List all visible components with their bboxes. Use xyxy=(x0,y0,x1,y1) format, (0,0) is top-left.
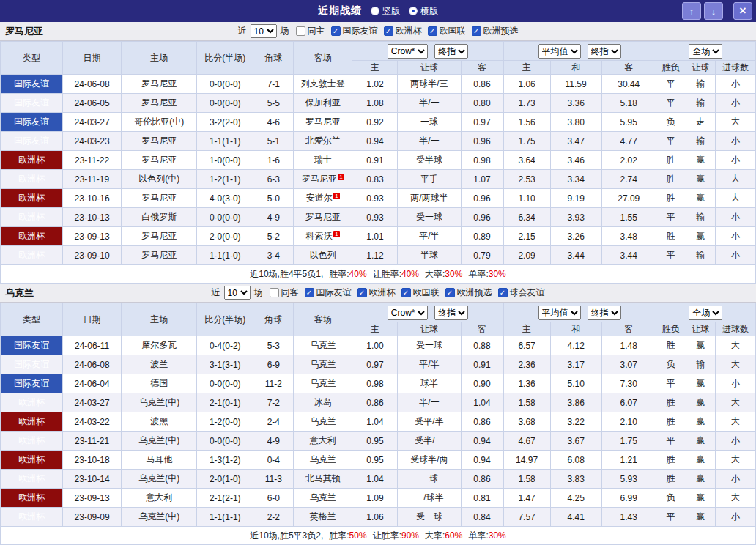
result-goals: 小 xyxy=(715,508,755,527)
result-outcome: 胜 xyxy=(656,227,686,246)
score: 0-0(0-0) xyxy=(197,432,253,451)
filter-checkbox-国际友谊[interactable]: ✓国际友谊 xyxy=(331,25,378,37)
match-count-select[interactable]: 10 xyxy=(251,24,277,38)
final-odds-select[interactable]: 终指 xyxy=(434,44,468,59)
avg-odds-home: 1.06 xyxy=(503,75,550,94)
radio-selected-icon xyxy=(409,7,418,15)
handicap-odds-away: 0.96 xyxy=(461,132,503,151)
competition-type: 国际友谊 xyxy=(1,75,63,94)
match-date: 24-06-05 xyxy=(63,94,122,113)
avg-odds-draw: 3.36 xyxy=(550,94,601,113)
match-date: 23-11-19 xyxy=(63,170,122,189)
filter-checkbox-欧洲杯[interactable]: ✓欧洲杯 xyxy=(384,25,422,37)
match-date: 23-10-18 xyxy=(63,451,122,470)
handicap-odds-home: 0.92 xyxy=(352,113,398,132)
checked-checkbox-icon: ✓ xyxy=(331,26,341,36)
match-row: 欧洲杯23-09-13罗马尼亚2-0(0-0)5-2科索沃11.01平/半0.8… xyxy=(1,227,756,246)
match-date: 24-03-27 xyxy=(63,113,122,132)
corners: 5-1 xyxy=(253,132,294,151)
score: 0-0(0-0) xyxy=(197,75,253,94)
score: 1-2(1-1) xyxy=(197,170,253,189)
handicap-line: 半球 xyxy=(398,246,461,265)
summary-record: 近10场,胜4平5负1, xyxy=(250,269,323,279)
filter-checkbox-国际友谊[interactable]: ✓国际友谊 xyxy=(305,286,352,299)
summary-stat-label: 胜率: xyxy=(329,530,349,541)
final-odds-select-2[interactable]: 终指 xyxy=(588,306,621,320)
corners: 7-2 xyxy=(253,393,294,412)
filter-checkbox-欧国联[interactable]: ✓欧国联 xyxy=(401,286,440,299)
scroll-up-button[interactable]: ↑ xyxy=(682,2,701,20)
avg-odds-away: 1.43 xyxy=(601,508,656,527)
avg-odds-draw: 3.17 xyxy=(550,355,601,374)
bookmaker-select[interactable]: Crow* xyxy=(388,306,428,320)
result-handicap: 输 xyxy=(686,355,715,374)
handicap-odds-home: 1.09 xyxy=(352,489,398,508)
average-odds-select[interactable]: 平均值 xyxy=(538,44,581,59)
result-outcome: 胜 xyxy=(656,189,686,208)
match-row: 国际友谊24-06-08罗马尼亚0-0(0-0)7-1列支敦士登1.02两球半/… xyxy=(1,75,756,94)
away-team: 乌克兰 xyxy=(294,336,352,355)
filter-checkbox-同客[interactable]: 同客 xyxy=(270,286,299,299)
matches-body: 国际友谊24-06-08罗马尼亚0-0(0-0)7-1列支敦士登1.02两球半/… xyxy=(1,75,756,265)
subcolumn-header: 胜负 xyxy=(656,61,686,75)
corners: 4-6 xyxy=(253,113,294,132)
handicap-line: 半/一 xyxy=(398,94,461,113)
match-row: 欧洲杯23-09-09乌克兰(中)1-1(1-1)2-2英格兰1.06受一球0.… xyxy=(1,508,756,527)
checked-checkbox-icon: ✓ xyxy=(305,288,314,297)
handicap-odds-away: 0.88 xyxy=(461,336,503,355)
match-count-select[interactable]: 10 xyxy=(224,286,251,300)
column-header-away: 客场 xyxy=(294,303,352,336)
filter-checkbox-欧洲预选[interactable]: ✓欧洲预选 xyxy=(445,286,492,299)
checked-checkbox-icon: ✓ xyxy=(472,26,481,36)
away-team: 北爱尔兰 xyxy=(294,132,352,151)
view-option-horizontal[interactable]: 横版 xyxy=(409,5,438,18)
subcolumn-header: 客 xyxy=(601,322,656,336)
corners: 5-2 xyxy=(253,227,294,246)
column-header-away: 客场 xyxy=(294,42,352,75)
title-group: 近期战绩 竖版 横版 xyxy=(318,4,438,18)
handicap-odds-home: 1.08 xyxy=(352,94,398,113)
subcolumn-header: 让球 xyxy=(686,61,715,75)
final-odds-select-2[interactable]: 终指 xyxy=(588,44,621,59)
result-goals: 小 xyxy=(715,208,755,227)
result-handicap: 走 xyxy=(686,113,715,132)
filter-checkbox-同主[interactable]: 同主 xyxy=(296,25,325,37)
filter-checkbox-欧国联[interactable]: ✓欧国联 xyxy=(428,25,466,37)
match-row: 欧洲杯24-03-27乌克兰(中)2-1(0-1)7-2冰岛0.86半/一1.0… xyxy=(1,393,756,412)
view-option-vertical[interactable]: 竖版 xyxy=(371,5,400,18)
down-arrow-icon: ↓ xyxy=(711,7,716,16)
score: 1-3(1-2) xyxy=(197,451,253,470)
summary-stat-value: 30% xyxy=(489,269,506,279)
handicap-line: 两/两球半 xyxy=(398,189,461,208)
avg-odds-away: 5.18 xyxy=(601,94,656,113)
score: 3-1(3-1) xyxy=(197,355,253,374)
avg-odds-away: 7.30 xyxy=(601,374,656,393)
result-goals: 大 xyxy=(715,336,755,355)
avg-odds-away: 1.21 xyxy=(601,451,656,470)
filter-checkbox-欧洲杯[interactable]: ✓欧洲杯 xyxy=(357,286,396,299)
away-team: 瑞士 xyxy=(294,151,352,170)
radio-unselected-icon xyxy=(371,7,379,15)
scroll-down-button[interactable]: ↓ xyxy=(704,2,723,20)
average-odds-select[interactable]: 平均值 xyxy=(538,306,581,320)
filter-checkbox-球会友谊[interactable]: ✓球会友谊 xyxy=(498,286,545,299)
scope-select[interactable]: 全场 xyxy=(689,44,722,59)
bookmaker-select[interactable]: Crow* xyxy=(388,44,428,59)
final-odds-select[interactable]: 终指 xyxy=(434,306,468,320)
result-handicap: 输 xyxy=(686,94,715,113)
score: 1-2(0-0) xyxy=(197,412,253,432)
result-outcome: 平 xyxy=(656,432,686,451)
summary-stat-value: 30% xyxy=(489,530,506,541)
filter-checkbox-欧洲预选[interactable]: ✓欧洲预选 xyxy=(472,25,519,37)
close-button[interactable]: × xyxy=(733,2,752,20)
handicap-line: 受平/半 xyxy=(398,412,461,432)
match-date: 23-09-13 xyxy=(63,227,122,246)
handicap-odds-home: 1.00 xyxy=(352,336,398,355)
average-odds-header: 平均值 终指 xyxy=(503,303,656,322)
handicap-odds-home: 0.86 xyxy=(352,393,398,412)
handicap-odds-away: 0.81 xyxy=(461,489,503,508)
match-date: 24-03-27 xyxy=(63,393,122,412)
handicap-odds-away: 1.07 xyxy=(461,170,503,189)
scope-select[interactable]: 全场 xyxy=(689,306,722,320)
match-row: 欧洲杯23-10-16罗马尼亚4-0(3-0)5-0安道尔10.93两/两球半0… xyxy=(1,189,756,208)
